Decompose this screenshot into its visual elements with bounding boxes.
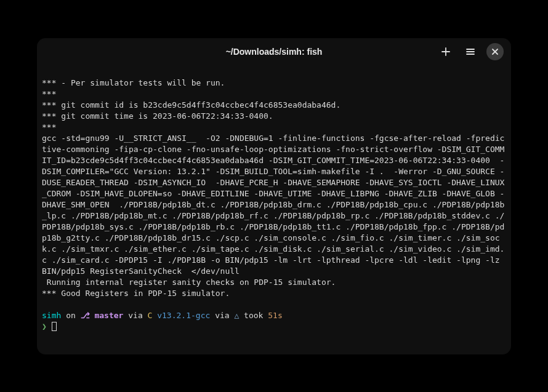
output-line: *** git commit id is b23cde9c5d4ff3c04cc…	[42, 100, 340, 110]
prompt: simh on ⎇ master via C v13.2.1-gcc via △…	[42, 310, 506, 321]
terminal-output[interactable]: *** - Per simulator tests will be run. *…	[37, 65, 511, 354]
prompt-time: 51s	[268, 311, 282, 320]
close-icon	[491, 48, 499, 55]
output-line: *** - Per simulator tests will be run.	[42, 78, 225, 87]
prompt-took: took	[239, 311, 268, 320]
prompt-lang: C	[148, 311, 158, 320]
prompt-branch: master	[90, 311, 124, 320]
terminal-window: ~/Downloads/simh: fish *** - Per simulat…	[37, 38, 511, 354]
close-button[interactable]	[486, 43, 504, 60]
titlebar: ~/Downloads/simh: fish	[37, 38, 511, 65]
cursor	[52, 322, 57, 331]
output-line: BIN/pdp15 RegisterSanityCheck </dev/null	[42, 266, 240, 276]
output-line: *** git commit time is 2023-06-06T22:34:…	[42, 111, 273, 121]
prompt-via: via	[210, 311, 234, 320]
prompt-caret: ❯	[42, 322, 47, 331]
prompt-via: via	[123, 311, 147, 320]
window-title: ~/Downloads/simh: fish	[226, 47, 323, 57]
prompt-ver: v13.2.1-gcc	[157, 311, 210, 320]
output-line: ***	[42, 89, 56, 98]
output-line: *** Good Registers in PDP-15 simulator.	[42, 289, 230, 298]
new-tab-button[interactable]	[437, 43, 454, 60]
prompt-input-line[interactable]: ❯	[42, 321, 506, 332]
output-line: gcc -std=gnu99 -U__STRICT_ANSI__ -O2 -DN…	[42, 134, 504, 265]
prompt-on: on	[61, 311, 80, 320]
menu-button[interactable]	[462, 43, 479, 60]
output-line: Running internal register sanity checks …	[42, 278, 336, 287]
window-controls	[437, 43, 504, 60]
prompt-dir: simh	[42, 311, 61, 320]
branch-icon: ⎇	[81, 311, 90, 320]
plus-icon	[441, 47, 451, 57]
output-line: ***	[42, 122, 56, 132]
hamburger-icon	[465, 47, 475, 57]
